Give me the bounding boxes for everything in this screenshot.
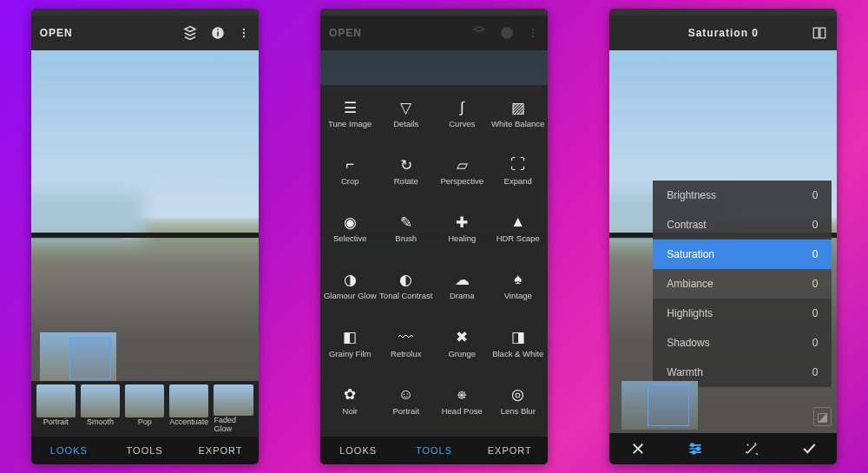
tab-export[interactable]: EXPORT [182, 437, 258, 464]
bw-icon: ◨ [511, 329, 525, 346]
auto-wand-button[interactable] [723, 441, 780, 457]
tool-label: Tonal Contrast [379, 292, 432, 300]
tool-label: Expand [504, 177, 532, 186]
tab-looks[interactable]: LOOKS [320, 437, 396, 464]
look-smooth[interactable]: Smooth [81, 384, 120, 433]
tool-glamour-glow[interactable]: ◑Glamour Glow [322, 271, 378, 316]
look-label: Smooth [87, 417, 114, 426]
tool-rotate[interactable]: ↻Rotate [378, 156, 434, 201]
tool-label: Lens Blur [501, 407, 536, 416]
tool-noir[interactable]: ✿Noir [322, 386, 378, 431]
param-contrast[interactable]: Contrast0 [653, 210, 832, 240]
param-saturation[interactable]: Saturation0 [653, 240, 832, 269]
svg-rect-10 [814, 28, 819, 38]
look-portrait[interactable]: Portrait [36, 384, 76, 433]
vintage-icon: ♠ [514, 271, 522, 288]
image-canvas[interactable]: Brightness0Contrast0Saturation0Ambiance0… [609, 50, 837, 464]
tool-curves[interactable]: ∫Curves [434, 99, 490, 144]
close-button[interactable] [609, 441, 667, 457]
tool-tonal-contrast[interactable]: ◐Tonal Contrast [378, 271, 434, 316]
tool-vintage[interactable]: ♠Vintage [490, 271, 546, 316]
tool-label: Grunge [448, 350, 476, 358]
tool-grainy-film[interactable]: ◧Grainy Film [322, 329, 378, 374]
look-accentuate[interactable]: Accentuate [169, 384, 208, 433]
tool-drama[interactable]: ☁Drama [434, 271, 490, 316]
tab-tools[interactable]: TOOLS [107, 437, 182, 464]
look-pop[interactable]: Pop [125, 384, 164, 433]
open-button[interactable]: OPEN [40, 27, 73, 39]
tool-selective[interactable]: ◉Selective [322, 214, 378, 259]
hdr-icon: ▲ [510, 214, 525, 231]
tool-label: Details [393, 120, 418, 128]
param-value: 0 [812, 307, 819, 319]
param-brightness[interactable]: Brightness0 [653, 181, 832, 210]
lensblur-icon: ◎ [511, 386, 524, 404]
tab-export[interactable]: EXPORT [472, 437, 548, 464]
param-highlights[interactable]: Highlights0 [653, 299, 832, 328]
tab-tools[interactable]: TOOLS [396, 437, 471, 464]
compare-icon[interactable] [811, 24, 828, 42]
bookmark-icon[interactable]: ◪ [813, 407, 832, 426]
tool-label: HDR Scape [496, 234, 540, 243]
histogram-preview [621, 381, 698, 430]
tool-portrait[interactable]: ☺Portrait [378, 386, 434, 431]
more-icon [527, 25, 539, 41]
tool-label: White Balance [491, 120, 544, 128]
curves-icon: ∫ [460, 99, 464, 116]
tool-retrolux[interactable]: 〰Retrolux [378, 329, 434, 374]
svg-point-8 [532, 32, 534, 34]
tool-healing[interactable]: ✚Healing [434, 214, 490, 259]
stack-icon[interactable] [182, 25, 198, 41]
preview-highlight [69, 338, 111, 379]
param-value: 0 [812, 337, 819, 349]
tool-brush[interactable]: ✎Brush [378, 214, 434, 259]
tool-crop[interactable]: ⌐Crop [322, 156, 378, 201]
tool-tune-image[interactable]: ☰Tune Image [322, 99, 378, 144]
svg-rect-11 [820, 28, 825, 38]
top-bar: OPEN [31, 16, 259, 50]
tool-expand[interactable]: ⛶Expand [490, 156, 546, 201]
expand-icon: ⛶ [510, 156, 525, 174]
param-value: 0 [812, 366, 819, 378]
bottom-tabs: LOOKS TOOLS EXPORT [31, 437, 259, 464]
tool-grunge[interactable]: ✖Grunge [434, 329, 490, 374]
param-shadows[interactable]: Shadows0 [653, 328, 832, 358]
look-label: Accentuate [169, 417, 208, 426]
param-ambiance[interactable]: Ambiance0 [653, 269, 832, 299]
tool-black-white[interactable]: ◨Black & White [490, 329, 546, 374]
apply-button[interactable] [780, 440, 838, 457]
look-thumb-image [214, 384, 253, 416]
tool-hdr-scape[interactable]: ▲HDR Scape [490, 214, 546, 259]
status-bar [31, 9, 259, 16]
tool-perspective[interactable]: ▱Perspective [434, 156, 490, 201]
top-bar: OPEN [320, 16, 548, 50]
adjust-button[interactable] [667, 440, 724, 457]
svg-point-3 [242, 29, 244, 30]
look-faded-glow[interactable]: Faded Glow [214, 384, 253, 433]
tools-grid: ☰Tune Image▽Details∫Curves▨White Balance… [320, 94, 548, 437]
look-label: Pop [138, 417, 152, 426]
param-value: 0 [812, 248, 819, 260]
tool-label: Grainy Film [329, 350, 372, 358]
tool-label: Retrolux [391, 350, 421, 358]
info-icon[interactable] [210, 25, 226, 41]
image-canvas: PortraitSmoothPopAccentuateFaded Glow LO… [31, 50, 259, 464]
tool-lens-blur[interactable]: ◎Lens Blur [490, 386, 546, 431]
param-name: Saturation [667, 248, 714, 260]
status-bar [609, 9, 837, 16]
tool-head-pose[interactable]: ⎈Head Pose [434, 386, 490, 431]
tool-label: Portrait [392, 407, 419, 416]
tab-looks[interactable]: LOOKS [31, 437, 107, 464]
open-button: OPEN [329, 27, 362, 39]
brush-icon: ✎ [400, 214, 412, 231]
tool-label: Healing [448, 234, 476, 243]
portrait-icon: ☺ [398, 386, 413, 404]
tool-label: Rotate [394, 177, 418, 186]
tool-details[interactable]: ▽Details [378, 99, 434, 144]
tool-label: Drama [450, 292, 475, 300]
screen-looks: OPEN PortraitSmoothPopAccentuateFaded Gl… [31, 9, 259, 464]
rotate-icon: ↻ [400, 156, 412, 174]
edit-bottom-bar [609, 433, 837, 464]
more-icon[interactable] [238, 25, 250, 41]
tool-white-balance[interactable]: ▨White Balance [490, 99, 546, 144]
